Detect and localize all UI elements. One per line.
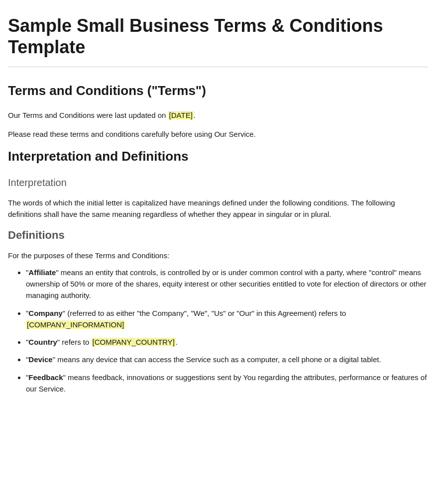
- term-device: Device: [28, 355, 52, 364]
- company-information-placeholder: [COMPANY_INFORMATION]: [26, 320, 125, 329]
- term-country: Country: [28, 338, 57, 346]
- main-title: Sample Small Business Terms & Conditions…: [8, 15, 428, 58]
- list-item: "Device" means any device that can acces…: [26, 354, 428, 365]
- last-updated-paragraph: Our Terms and Conditions were last updat…: [8, 109, 428, 121]
- term-affiliate: Affiliate: [28, 268, 56, 277]
- definitions-subheading: Definitions: [8, 227, 428, 243]
- last-updated-suffix: .: [194, 111, 196, 119]
- last-updated-text: Our Terms and Conditions were last updat…: [8, 111, 168, 119]
- definitions-list: "Affiliate" means an entity that control…: [8, 267, 428, 394]
- terms-conditions-heading: Terms and Conditions ("Terms"): [8, 81, 428, 100]
- company-country-placeholder: [COMPANY_COUNTRY]: [92, 338, 176, 346]
- interpretation-body: The words of which the initial letter is…: [8, 197, 428, 220]
- interpretation-section: Interpretation The words of which the in…: [8, 175, 428, 220]
- interp-definitions-heading: Interpretation and Definitions: [8, 147, 428, 166]
- term-company: Company: [28, 309, 62, 317]
- list-item: "Affiliate" means an entity that control…: [26, 267, 428, 301]
- definitions-section: Definitions For the purposes of these Te…: [8, 227, 428, 394]
- term-feedback: Feedback: [28, 373, 63, 382]
- list-item: "Company" (referred to as either "the Co…: [26, 307, 428, 331]
- read-carefully-text: Please read these terms and conditions c…: [8, 128, 428, 140]
- definitions-intro: For the purposes of these Terms and Cond…: [8, 250, 428, 262]
- date-placeholder: [DATE]: [168, 111, 194, 119]
- divider: [8, 67, 428, 67]
- list-item: "Country" refers to [COMPANY_COUNTRY].: [26, 336, 428, 348]
- interpretation-subheading: Interpretation: [8, 175, 428, 190]
- list-item: "Feedback" means feedback, innovations o…: [26, 372, 428, 395]
